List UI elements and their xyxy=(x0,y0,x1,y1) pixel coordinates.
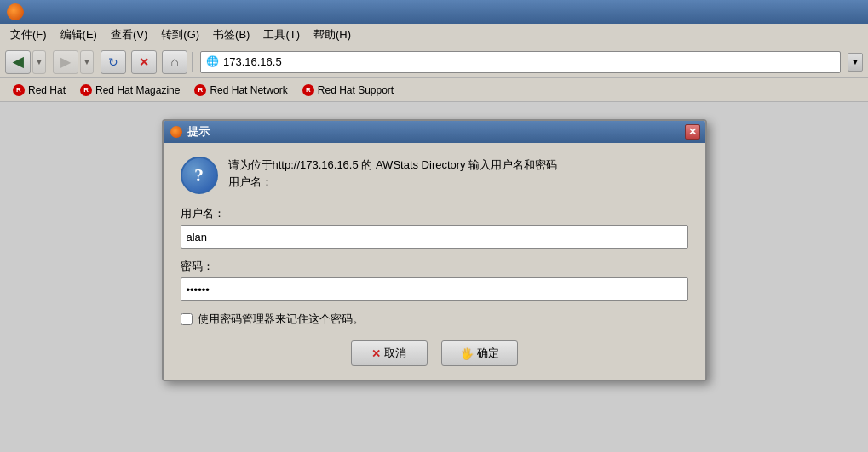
cancel-icon: ✕ xyxy=(371,347,381,360)
dialog-message-text: 请为位于http://173.16.16.5 的 AWStats Directo… xyxy=(228,157,558,190)
browser-window: 文件(F) 编辑(E) 查看(V) 转到(G) 书签(B) 工具(T) 帮助(H… xyxy=(0,0,868,452)
menu-bookmarks[interactable]: 书签(B) xyxy=(208,26,255,44)
ok-label: 确定 xyxy=(477,346,499,361)
bookmark-favicon-red-hat-magazine: R xyxy=(79,83,93,97)
bookmark-favicon-red-hat-support: R xyxy=(302,83,315,97)
bookmark-red-hat-network[interactable]: R Red Hat Network xyxy=(188,82,292,99)
forward-button[interactable]: ▶ xyxy=(53,50,78,74)
password-label: 密码： xyxy=(181,259,688,274)
red-hat-network-icon: R xyxy=(194,84,206,96)
dialog-titlebar: 提示 ✕ xyxy=(164,121,705,143)
dialog-title-text: 提示 xyxy=(187,124,210,140)
remember-password-checkbox[interactable] xyxy=(181,313,193,325)
back-arrow-icon: ◀ xyxy=(13,54,23,70)
menu-view[interactable]: 查看(V) xyxy=(106,26,152,44)
cancel-label: 取消 xyxy=(384,346,406,361)
dialog-message-row: ? 请为位于http://173.16.16.5 的 AWStats Direc… xyxy=(181,157,688,194)
dialog-buttons: ✕ 取消 🖐 确定 xyxy=(181,340,688,366)
red-hat-magazine-icon: R xyxy=(80,84,92,96)
menu-bar: 文件(F) 编辑(E) 查看(V) 转到(G) 书签(B) 工具(T) 帮助(H… xyxy=(0,24,868,46)
username-input[interactable] xyxy=(181,225,688,249)
address-input[interactable] xyxy=(223,55,835,68)
password-input[interactable] xyxy=(181,277,688,301)
forward-dropdown-button[interactable]: ▼ xyxy=(80,50,94,74)
bookmark-favicon-red-hat-network: R xyxy=(193,83,207,97)
menu-go[interactable]: 转到(G) xyxy=(156,26,204,44)
bookmark-label-red-hat-support: Red Hat Support xyxy=(318,84,394,96)
dialog-message-line2: 用户名： xyxy=(228,174,558,191)
back-dropdown-button[interactable]: ▼ xyxy=(32,50,46,74)
ok-icon: 🖐 xyxy=(460,347,474,360)
red-hat-support-icon: R xyxy=(302,84,314,96)
address-dropdown-button[interactable]: ▼ xyxy=(848,53,863,72)
address-bar[interactable]: 🌐 xyxy=(200,51,841,73)
bookmark-red-hat-support[interactable]: R Red Hat Support xyxy=(296,82,399,99)
modal-overlay: 提示 ✕ ? 请为位于http://173.16.16.5 的 AWStats … xyxy=(0,102,868,452)
menu-file[interactable]: 文件(F) xyxy=(5,26,52,44)
bookmarks-bar: R Red Hat R Red Hat Magazine R Red Hat N… xyxy=(0,78,868,102)
dialog-title-content: 提示 xyxy=(170,124,210,140)
page-icon: 🌐 xyxy=(206,55,220,69)
home-icon: ⌂ xyxy=(170,54,179,70)
home-button[interactable]: ⌂ xyxy=(162,50,187,74)
bookmark-red-hat-magazine[interactable]: R Red Hat Magazine xyxy=(74,82,185,99)
bookmark-red-hat[interactable]: R Red Hat xyxy=(7,82,71,99)
forward-arrow-icon: ▶ xyxy=(60,54,71,70)
dialog-firefox-icon xyxy=(170,126,182,138)
question-icon: ? xyxy=(181,157,218,194)
bookmark-label-red-hat: Red Hat xyxy=(28,84,66,96)
refresh-button[interactable]: ↻ xyxy=(101,50,126,74)
dialog-message-line1: 请为位于http://173.16.16.5 的 AWStats Directo… xyxy=(228,157,558,174)
firefox-logo-icon xyxy=(7,3,24,20)
back-button[interactable]: ◀ xyxy=(5,50,31,74)
remember-password-label: 使用密码管理器来记住这个密码。 xyxy=(198,312,364,327)
title-bar xyxy=(0,0,868,24)
red-hat-icon: R xyxy=(13,84,25,96)
menu-edit[interactable]: 编辑(E) xyxy=(55,26,102,44)
bookmark-label-red-hat-network: Red Hat Network xyxy=(210,84,287,96)
menu-help[interactable]: 帮助(H) xyxy=(308,26,356,44)
dialog-body: ? 请为位于http://173.16.16.5 的 AWStats Direc… xyxy=(164,143,705,380)
dialog-close-button[interactable]: ✕ xyxy=(685,124,700,140)
toolbar-separator xyxy=(192,52,193,72)
stop-icon: ✕ xyxy=(139,55,149,69)
refresh-icon: ↻ xyxy=(108,55,118,69)
remember-password-row: 使用密码管理器来记住这个密码。 xyxy=(181,312,688,327)
username-label: 用户名： xyxy=(181,206,688,221)
bookmark-label-red-hat-magazine: Red Hat Magazine xyxy=(95,84,180,96)
menu-tools[interactable]: 工具(T) xyxy=(258,26,305,44)
stop-button[interactable]: ✕ xyxy=(131,50,157,74)
ok-button[interactable]: 🖐 确定 xyxy=(441,340,518,366)
cancel-button[interactable]: ✕ 取消 xyxy=(351,340,428,366)
auth-dialog: 提示 ✕ ? 请为位于http://173.16.16.5 的 AWStats … xyxy=(162,119,707,381)
page-content: 提示 ✕ ? 请为位于http://173.16.16.5 的 AWStats … xyxy=(0,102,868,452)
toolbar: ◀ ▼ ▶ ▼ ↻ ✕ ⌂ 🌐 ▼ xyxy=(0,46,868,78)
bookmark-favicon-red-hat: R xyxy=(12,83,26,97)
